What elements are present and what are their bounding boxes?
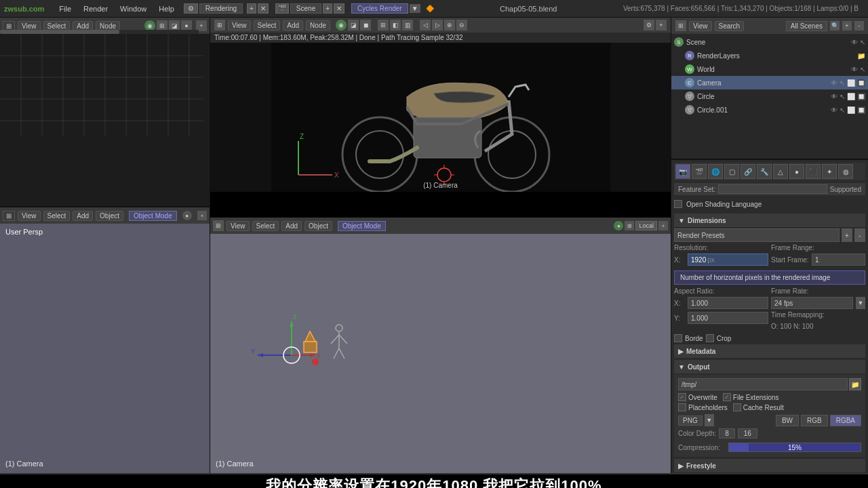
- cursor-icon-camera[interactable]: ↖: [840, 79, 845, 87]
- render-plus-icon[interactable]: +: [656, 20, 667, 30]
- presets-plus[interactable]: +: [842, 228, 852, 242]
- metadata-header[interactable]: ▶ Metadata: [674, 344, 865, 358]
- view-btn-3dcenter[interactable]: View: [226, 221, 250, 231]
- presets-minus[interactable]: -: [854, 228, 865, 242]
- left-bottom-viewport[interactable]: ⊞ View Select Add Object Object Mode ● +…: [0, 207, 210, 473]
- scene-plus-icon[interactable]: +: [323, 3, 332, 14]
- cursor-icon-scene[interactable]: ↖: [860, 39, 865, 46]
- eye-icon-circle[interactable]: 👁: [831, 93, 837, 100]
- render-presets-dropdown[interactable]: Render Presets: [674, 228, 840, 242]
- crop-checkbox[interactable]: [706, 334, 714, 342]
- select-btn-3d[interactable]: Select: [43, 211, 71, 221]
- viewport-3d-center[interactable]: ⊞ View Select Add Object Object Mode ● ⊞…: [210, 218, 671, 473]
- scene-x-icon[interactable]: ✕: [334, 3, 344, 14]
- folder-icon-rl[interactable]: 📁: [857, 52, 865, 60]
- menu-render[interactable]: Render: [78, 3, 113, 14]
- view-btn-render[interactable]: View: [228, 20, 251, 30]
- rgba-btn[interactable]: RGBA: [830, 415, 861, 426]
- minus-btn-outliner[interactable]: -: [854, 21, 864, 30]
- depth-16-btn[interactable]: 16: [738, 428, 757, 439]
- eye-icon-scene[interactable]: 👁: [851, 39, 858, 46]
- framerate-dropdown[interactable]: ▼: [856, 297, 865, 309]
- outliner-item-circle001[interactable]: ▽ Circle.001 👁 ↖ ⬜ 🔲: [671, 103, 868, 117]
- cursor-icon-circle[interactable]: ↖: [840, 93, 845, 100]
- menu-help[interactable]: Help: [153, 3, 180, 14]
- plus-icon[interactable]: +: [247, 3, 256, 14]
- format-dropdown[interactable]: PNG: [678, 415, 703, 426]
- open-shading-checkbox[interactable]: [674, 200, 682, 208]
- output-path-input[interactable]: /tmp/: [678, 378, 848, 390]
- node-btn-render[interactable]: Node: [306, 20, 330, 30]
- local-btn[interactable]: Local: [635, 221, 657, 230]
- borde-checkbox[interactable]: [674, 334, 682, 342]
- cache-result-checkbox[interactable]: [733, 403, 741, 411]
- outliner-item-camera[interactable]: C Camera 👁 ↖ ⬜ 🔲: [671, 76, 868, 89]
- menu-window[interactable]: Window: [115, 3, 152, 14]
- depth-8-btn[interactable]: 8: [719, 428, 735, 439]
- object-mode-btn[interactable]: Object Mode: [129, 211, 177, 221]
- search-btn-outliner[interactable]: Search: [715, 21, 745, 31]
- add-btn-3dcenter[interactable]: Add: [281, 221, 302, 231]
- file-ext-checkbox[interactable]: ✓: [723, 393, 731, 401]
- menu-file[interactable]: File: [54, 3, 77, 14]
- tab-constraints[interactable]: 🔗: [741, 164, 755, 179]
- object-btn-3d[interactable]: Object: [96, 211, 123, 221]
- aspect-y-input[interactable]: 1.000: [688, 312, 768, 324]
- plus-icon-3d[interactable]: +: [197, 211, 207, 220]
- restrict-icon-circle001[interactable]: ⬜: [847, 106, 855, 114]
- left-top-viewport[interactable]: ⊞ View Select Add Node ◉ ⊞ ◪ ● +: [0, 18, 210, 207]
- freestyle-header[interactable]: ▶ Freestyle: [674, 459, 865, 472]
- tab-physics[interactable]: ◍: [838, 164, 853, 179]
- tab-data[interactable]: △: [773, 164, 788, 179]
- bw-btn[interactable]: BW: [776, 415, 799, 426]
- view-btn-outliner[interactable]: View: [689, 21, 712, 31]
- select-btn-3dcenter[interactable]: Select: [252, 221, 279, 231]
- cursor-icon-circle001[interactable]: ↖: [840, 106, 845, 114]
- placeholders-checkbox[interactable]: [678, 403, 686, 411]
- search-icon-outliner[interactable]: 🔍: [830, 21, 840, 30]
- tab-scene[interactable]: 🎬: [692, 164, 707, 179]
- h-scrollbar[interactable]: [0, 30, 199, 34]
- render-icon-camera[interactable]: 🔲: [857, 79, 865, 87]
- object-btn-3dcenter[interactable]: Object: [304, 221, 332, 231]
- engine-dropdown-icon[interactable]: ▼: [410, 4, 420, 13]
- outliner-item-renderlayers[interactable]: R RenderLayers 📁: [671, 49, 868, 62]
- outliner-item-world[interactable]: W World 👁 ↖: [671, 62, 868, 76]
- tab-particles[interactable]: ✦: [822, 164, 837, 179]
- object-mode-btn-center[interactable]: Object Mode: [338, 221, 386, 231]
- tab-material[interactable]: ●: [789, 164, 804, 179]
- tab-world[interactable]: 🌐: [708, 164, 723, 179]
- eye-icon-circle001[interactable]: 👁: [831, 106, 837, 114]
- render-icon-circle001[interactable]: 🔲: [857, 106, 865, 114]
- add-btn-3d[interactable]: Add: [73, 211, 93, 221]
- rgb-btn[interactable]: RGB: [801, 415, 828, 426]
- output-folder-btn[interactable]: 📁: [849, 378, 861, 390]
- outliner-item-scene[interactable]: S Scene 👁 ↖: [671, 35, 868, 49]
- tab-object[interactable]: ▢: [724, 164, 739, 179]
- output-header[interactable]: ▼ Output: [674, 360, 865, 373]
- aspect-x-input[interactable]: 1.000: [688, 297, 768, 309]
- overwrite-checkbox[interactable]: ✓: [678, 393, 686, 401]
- render-engine-btn[interactable]: Cycles Render: [351, 3, 408, 14]
- dimensions-header[interactable]: ▼ Dimensions: [674, 214, 865, 227]
- tab-texture[interactable]: ⬛: [806, 164, 821, 179]
- resolution-x-input[interactable]: 1920 px: [688, 253, 768, 266]
- tab-modifiers[interactable]: 🔧: [757, 164, 772, 179]
- restrict-icon-camera[interactable]: ⬜: [847, 79, 855, 87]
- format-dropdown-arrow[interactable]: ▼: [705, 414, 714, 426]
- outliner-item-circle[interactable]: ▽ Circle 👁 ↖ ⬜ 🔲: [671, 89, 868, 103]
- tab-render[interactable]: 📷: [675, 164, 690, 179]
- all-scenes-dropdown[interactable]: All Scenes: [786, 21, 827, 31]
- compression-bar[interactable]: 15%: [728, 443, 861, 452]
- eye-icon-world[interactable]: 👁: [851, 66, 858, 73]
- x-icon[interactable]: ✕: [258, 3, 269, 14]
- render-icon-circle[interactable]: 🔲: [857, 93, 865, 100]
- view-btn-3d[interactable]: View: [18, 211, 41, 221]
- select-btn-render[interactable]: Select: [254, 20, 281, 30]
- add-btn-render[interactable]: Add: [283, 20, 303, 30]
- cursor-icon-world[interactable]: ↖: [860, 66, 865, 73]
- eye-icon-camera[interactable]: 👁: [831, 79, 837, 87]
- restrict-icon-circle[interactable]: ⬜: [847, 93, 855, 100]
- framerate-input[interactable]: 24 fps: [771, 297, 853, 309]
- start-frame-input[interactable]: 1: [812, 253, 865, 266]
